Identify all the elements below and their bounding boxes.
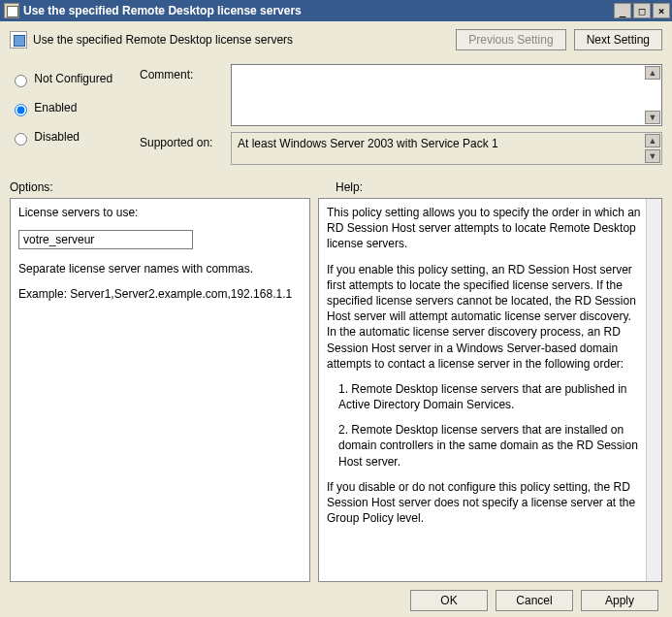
help-p4: 2. Remote Desktop license servers that a… (327, 422, 642, 470)
apply-button[interactable]: Apply (581, 590, 658, 611)
radio-not-configured-label: Not Configured (34, 72, 112, 85)
help-scrollbar[interactable] (646, 199, 661, 581)
next-setting-button[interactable]: Next Setting (574, 29, 662, 50)
supported-on-box: At least Windows Server 2003 with Servic… (231, 132, 662, 165)
radio-enabled-input[interactable] (15, 104, 27, 116)
help-heading: Help: (336, 180, 363, 194)
options-pane: License servers to use: Separate license… (10, 198, 310, 582)
help-p3: 1. Remote Desktop license servers that a… (327, 381, 642, 412)
scroll-up-icon[interactable]: ▲ (645, 66, 660, 80)
policy-title: Use the specified Remote Desktop license… (33, 33, 456, 47)
cancel-button[interactable]: Cancel (496, 590, 573, 611)
radio-enabled-label: Enabled (34, 101, 77, 114)
state-radio-group: Not Configured Enabled Disabled (10, 64, 136, 165)
comment-textarea[interactable]: ▲ ▼ (231, 64, 662, 126)
help-p2: If you enable this policy setting, an RD… (327, 262, 642, 372)
radio-not-configured-input[interactable] (15, 75, 27, 87)
minimize-button[interactable]: _ (614, 3, 631, 18)
radio-disabled-label: Disabled (34, 130, 80, 144)
title-bar: Use the specified Remote Desktop license… (0, 0, 672, 21)
scroll-down-icon[interactable]: ▼ (645, 149, 660, 163)
scroll-up-icon[interactable]: ▲ (645, 134, 660, 147)
maximize-button[interactable]: □ (633, 3, 651, 18)
radio-disabled-input[interactable] (15, 133, 27, 146)
policy-icon (10, 31, 27, 49)
help-p5: If you disable or do not configure this … (327, 479, 642, 527)
example-text: Example: Server1,Server2.example.com,192… (18, 286, 302, 302)
window-title: Use the specified Remote Desktop license… (23, 4, 612, 17)
license-servers-input[interactable] (18, 230, 193, 249)
system-icon (4, 3, 19, 18)
comment-label: Comment: (140, 64, 227, 126)
supported-on-text: At least Windows Server 2003 with Servic… (238, 137, 498, 150)
radio-not-configured[interactable]: Not Configured (10, 72, 136, 87)
help-p1: This policy setting allows you to specif… (327, 205, 642, 252)
options-heading: Options: (10, 180, 336, 194)
help-pane: This policy setting allows you to specif… (318, 198, 662, 582)
ok-button[interactable]: OK (410, 590, 488, 611)
license-servers-label: License servers to use: (18, 205, 302, 220)
radio-disabled[interactable]: Disabled (10, 130, 136, 146)
separate-hint: Separate license server names with comma… (18, 261, 302, 276)
supported-on-label: Supported on: (140, 132, 227, 165)
close-button[interactable]: × (653, 3, 670, 18)
previous-setting-button[interactable]: Previous Setting (456, 29, 565, 50)
radio-enabled[interactable]: Enabled (10, 101, 136, 116)
scroll-down-icon[interactable]: ▼ (645, 111, 660, 124)
